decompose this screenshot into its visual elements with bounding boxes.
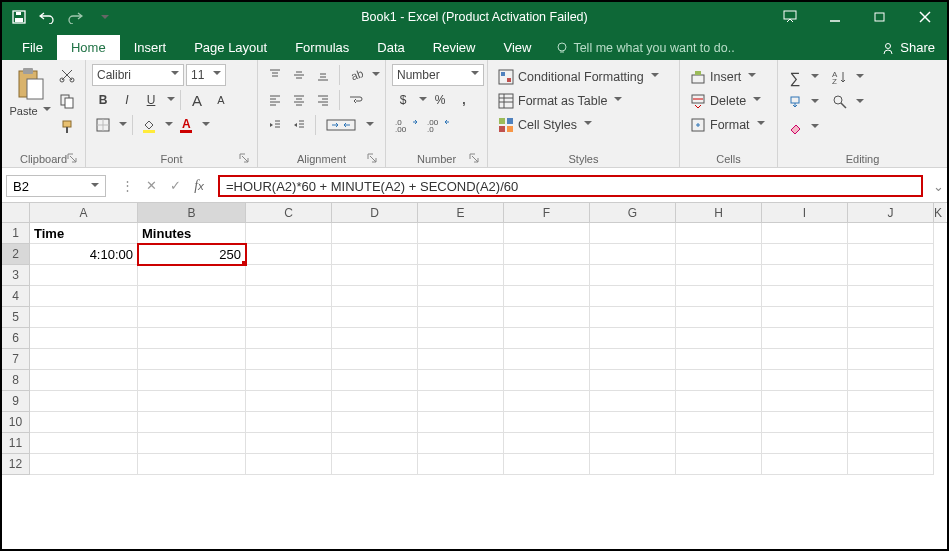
cell-I3[interactable] xyxy=(762,265,848,286)
cell-B10[interactable] xyxy=(138,412,246,433)
cell-A1[interactable]: Time xyxy=(30,223,138,244)
redo-button[interactable] xyxy=(66,8,84,26)
sort-filter-button[interactable]: AZ xyxy=(829,66,851,88)
cell-B12[interactable] xyxy=(138,454,246,475)
cell-A9[interactable] xyxy=(30,391,138,412)
cell-D3[interactable] xyxy=(332,265,418,286)
align-middle-button[interactable] xyxy=(288,64,310,86)
row-header-5[interactable]: 5 xyxy=(2,307,30,328)
cell-C12[interactable] xyxy=(246,454,332,475)
paste-button[interactable]: Paste xyxy=(8,64,52,117)
cell-H11[interactable] xyxy=(676,433,762,454)
cell-J3[interactable] xyxy=(848,265,934,286)
sort-filter-dropdown[interactable] xyxy=(853,68,864,86)
cell-A11[interactable] xyxy=(30,433,138,454)
column-header-J[interactable]: J xyxy=(848,203,934,222)
cell-G12[interactable] xyxy=(590,454,676,475)
cell-B7[interactable] xyxy=(138,349,246,370)
cell-J6[interactable] xyxy=(848,328,934,349)
row-header-3[interactable]: 3 xyxy=(2,265,30,286)
cell-I5[interactable] xyxy=(762,307,848,328)
cell-F12[interactable] xyxy=(504,454,590,475)
cell-styles-button[interactable]: Cell Styles xyxy=(494,114,663,136)
row-header-11[interactable]: 11 xyxy=(2,433,30,454)
cell-H6[interactable] xyxy=(676,328,762,349)
clipboard-launcher[interactable] xyxy=(67,153,79,165)
cell-A4[interactable] xyxy=(30,286,138,307)
cell-G11[interactable] xyxy=(590,433,676,454)
cell-I11[interactable] xyxy=(762,433,848,454)
cell-F9[interactable] xyxy=(504,391,590,412)
cell-G4[interactable] xyxy=(590,286,676,307)
cell-E11[interactable] xyxy=(418,433,504,454)
cell-H3[interactable] xyxy=(676,265,762,286)
cell-G1[interactable] xyxy=(590,223,676,244)
fill-color-button[interactable] xyxy=(138,114,160,136)
undo-button[interactable] xyxy=(38,8,56,26)
tab-formulas[interactable]: Formulas xyxy=(281,35,363,60)
cell-A8[interactable] xyxy=(30,370,138,391)
column-header-C[interactable]: C xyxy=(246,203,332,222)
tab-data[interactable]: Data xyxy=(363,35,418,60)
select-all-corner[interactable] xyxy=(2,203,30,222)
comma-button[interactable]: , xyxy=(453,89,475,111)
cell-F1[interactable] xyxy=(504,223,590,244)
cell-G7[interactable] xyxy=(590,349,676,370)
cell-I9[interactable] xyxy=(762,391,848,412)
column-header-D[interactable]: D xyxy=(332,203,418,222)
cell-I2[interactable] xyxy=(762,244,848,265)
cell-G2[interactable] xyxy=(590,244,676,265)
cell-H9[interactable] xyxy=(676,391,762,412)
cell-A5[interactable] xyxy=(30,307,138,328)
cell-E1[interactable] xyxy=(418,223,504,244)
minimize-button[interactable] xyxy=(812,2,857,32)
cell-G3[interactable] xyxy=(590,265,676,286)
cell-D2[interactable] xyxy=(332,244,418,265)
tell-me-search[interactable]: Tell me what you want to do.. xyxy=(545,36,744,60)
cell-G8[interactable] xyxy=(590,370,676,391)
cut-button[interactable] xyxy=(56,64,78,86)
cell-A12[interactable] xyxy=(30,454,138,475)
cell-J9[interactable] xyxy=(848,391,934,412)
cell-F6[interactable] xyxy=(504,328,590,349)
cell-B5[interactable] xyxy=(138,307,246,328)
borders-dropdown[interactable] xyxy=(116,116,127,134)
borders-button[interactable] xyxy=(92,114,114,136)
tab-home[interactable]: Home xyxy=(57,35,120,60)
column-header-G[interactable]: G xyxy=(590,203,676,222)
cell-G10[interactable] xyxy=(590,412,676,433)
cell-I10[interactable] xyxy=(762,412,848,433)
cell-C1[interactable] xyxy=(246,223,332,244)
cell-E8[interactable] xyxy=(418,370,504,391)
cell-C3[interactable] xyxy=(246,265,332,286)
format-as-table-button[interactable]: Format as Table xyxy=(494,90,663,112)
cell-F3[interactable] xyxy=(504,265,590,286)
cell-D7[interactable] xyxy=(332,349,418,370)
find-select-dropdown[interactable] xyxy=(853,93,864,111)
wrap-text-button[interactable] xyxy=(345,89,367,111)
align-right-button[interactable] xyxy=(312,89,334,111)
cell-E9[interactable] xyxy=(418,391,504,412)
column-header-H[interactable]: H xyxy=(676,203,762,222)
cell-H1[interactable] xyxy=(676,223,762,244)
row-header-10[interactable]: 10 xyxy=(2,412,30,433)
cell-D12[interactable] xyxy=(332,454,418,475)
cell-H5[interactable] xyxy=(676,307,762,328)
cancel-formula-button[interactable]: ✕ xyxy=(142,178,160,194)
share-button[interactable]: Share xyxy=(869,35,947,60)
cell-G5[interactable] xyxy=(590,307,676,328)
cell-D1[interactable] xyxy=(332,223,418,244)
cell-B6[interactable] xyxy=(138,328,246,349)
cell-C7[interactable] xyxy=(246,349,332,370)
cell-G9[interactable] xyxy=(590,391,676,412)
align-bottom-button[interactable] xyxy=(312,64,334,86)
cell-F10[interactable] xyxy=(504,412,590,433)
cell-B3[interactable] xyxy=(138,265,246,286)
column-header-F[interactable]: F xyxy=(504,203,590,222)
format-cells-button[interactable]: Format xyxy=(686,114,769,136)
underline-button[interactable]: U xyxy=(140,89,162,111)
increase-indent-button[interactable] xyxy=(288,114,310,136)
cell-D9[interactable] xyxy=(332,391,418,412)
cell-E6[interactable] xyxy=(418,328,504,349)
number-launcher[interactable] xyxy=(469,153,481,165)
